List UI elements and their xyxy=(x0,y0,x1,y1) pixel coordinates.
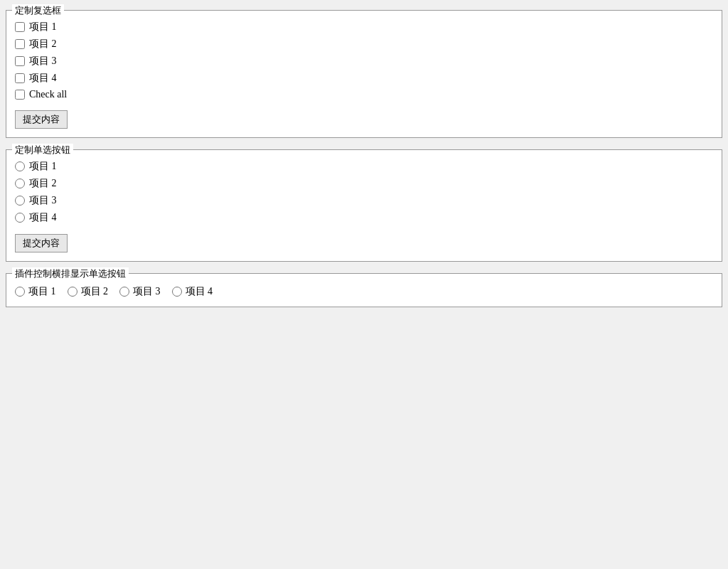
inline-radio-2[interactable] xyxy=(68,287,77,297)
radio-submit-button[interactable]: 提交内容 xyxy=(15,234,68,252)
checkbox-section: 定制复选框 项目 1 项目 2 项目 3 项目 4 Check all 提交内容 xyxy=(6,10,722,138)
inline-radio-label-2[interactable]: 项目 2 xyxy=(81,285,109,298)
radio-item-3: 项目 3 xyxy=(15,194,713,207)
radio-item-1: 项目 1 xyxy=(15,160,713,173)
inline-radio-item-4: 项目 4 xyxy=(172,285,213,298)
checkbox-4[interactable] xyxy=(15,73,25,83)
radio-item-4: 项目 4 xyxy=(15,211,713,224)
checkbox-item-1: 项目 1 xyxy=(15,21,713,33)
inline-radio-label-1[interactable]: 项目 1 xyxy=(28,285,56,298)
inline-radio-label-4[interactable]: 项目 4 xyxy=(186,285,213,298)
inline-radio-section-legend: 插件控制横排显示单选按钮 xyxy=(12,267,129,280)
radio-4[interactable] xyxy=(15,213,25,223)
radio-1[interactable] xyxy=(15,161,25,171)
checkbox-1[interactable] xyxy=(15,22,25,32)
inline-radio-item-2: 项目 2 xyxy=(68,285,109,298)
checkbox-2[interactable] xyxy=(15,39,25,49)
checkbox-submit-button[interactable]: 提交内容 xyxy=(15,110,68,129)
checkbox-item-3: 项目 3 xyxy=(15,55,713,68)
radio-section-legend: 定制单选按钮 xyxy=(12,144,73,156)
checkbox-label-2[interactable]: 项目 2 xyxy=(29,38,57,50)
radio-label-1[interactable]: 项目 1 xyxy=(29,160,57,173)
radio-2[interactable] xyxy=(15,179,25,188)
inline-radio-3[interactable] xyxy=(119,287,129,297)
inline-radio-section: 插件控制横排显示单选按钮 项目 1 项目 2 项目 3 项目 4 xyxy=(6,273,722,307)
inline-radio-4[interactable] xyxy=(172,287,182,297)
checkbox-3[interactable] xyxy=(15,56,25,66)
radio-3[interactable] xyxy=(15,196,25,206)
inline-radio-item-1: 项目 1 xyxy=(15,285,56,298)
checkbox-item-4: 项目 4 xyxy=(15,72,713,85)
inline-radio-group: 项目 1 项目 2 项目 3 项目 4 xyxy=(15,280,713,298)
checkbox-item-all: Check all xyxy=(15,89,713,100)
radio-label-2[interactable]: 项目 2 xyxy=(29,177,57,190)
radio-label-4[interactable]: 项目 4 xyxy=(29,211,57,224)
checkbox-all[interactable] xyxy=(15,90,25,100)
radio-section: 定制单选按钮 项目 1 项目 2 项目 3 项目 4 提交内容 xyxy=(6,149,722,262)
radio-item-2: 项目 2 xyxy=(15,177,713,190)
checkbox-section-legend: 定制复选框 xyxy=(12,4,64,17)
checkbox-label-4[interactable]: 项目 4 xyxy=(29,72,57,85)
radio-label-3[interactable]: 项目 3 xyxy=(29,194,57,207)
inline-radio-item-3: 项目 3 xyxy=(119,285,161,298)
checkbox-item-2: 项目 2 xyxy=(15,38,713,50)
inline-radio-1[interactable] xyxy=(15,287,25,297)
checkbox-label-3[interactable]: 项目 3 xyxy=(29,55,57,68)
checkbox-label-1[interactable]: 项目 1 xyxy=(29,21,57,33)
checkbox-label-all[interactable]: Check all xyxy=(29,89,67,100)
inline-radio-label-3[interactable]: 项目 3 xyxy=(133,285,161,298)
